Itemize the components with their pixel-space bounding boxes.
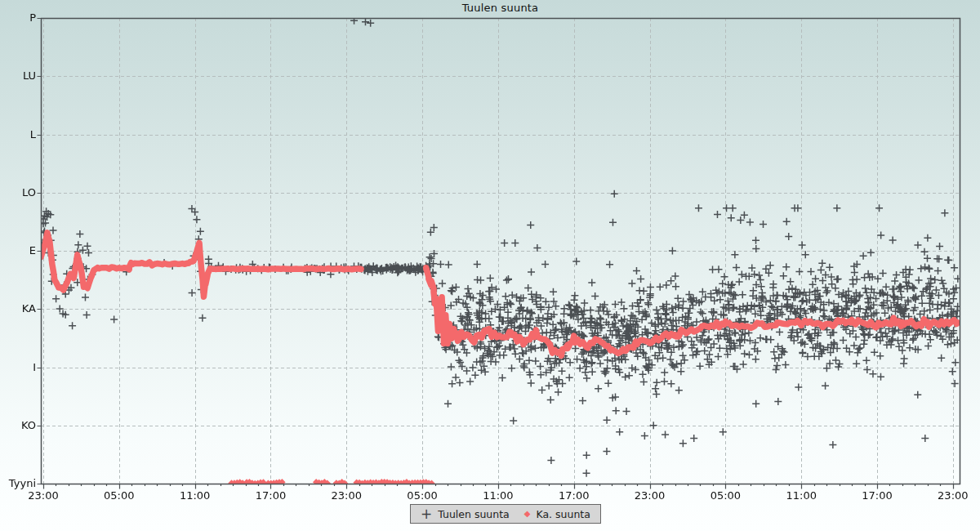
y-tick-label: L bbox=[2, 128, 36, 141]
y-tick-label: KA bbox=[2, 302, 36, 315]
x-tick-label: 23:00 bbox=[629, 489, 671, 502]
y-tick-label: P bbox=[2, 11, 36, 24]
legend-label-ka-suunta: Ka. suunta bbox=[536, 508, 590, 520]
x-tick-label: 23:00 bbox=[932, 489, 974, 502]
y-tick-label: KO bbox=[2, 419, 36, 431]
x-tick-label: 11:00 bbox=[780, 489, 822, 502]
y-tick-label: LO bbox=[2, 186, 36, 199]
x-tick-label: 17:00 bbox=[553, 489, 595, 502]
x-tick-label: 05:00 bbox=[401, 489, 443, 502]
x-tick-label: 23:00 bbox=[325, 489, 368, 502]
wind-direction-chart: Tuulen suunta PLULLOEKAIKOTyyni23:0005:0… bbox=[0, 0, 980, 531]
x-tick-label: 11:00 bbox=[174, 489, 216, 502]
legend-item-tuulen-suunta: + Tuulen suunta bbox=[421, 508, 510, 520]
legend-label-tuulen-suunta: Tuulen suunta bbox=[438, 508, 509, 520]
y-tick-label: I bbox=[2, 361, 36, 373]
x-tick-label: 17:00 bbox=[856, 489, 898, 502]
x-tick-label: 05:00 bbox=[704, 489, 746, 502]
x-tick-label: 17:00 bbox=[249, 489, 292, 502]
legend-item-ka-suunta: ◆ Ka. suunta bbox=[524, 508, 590, 520]
y-tick-label: Tyyni bbox=[2, 477, 36, 489]
x-tick-label: 23:00 bbox=[22, 489, 65, 502]
y-tick-label: E bbox=[2, 244, 36, 257]
diamond-marker-icon: ◆ bbox=[524, 510, 531, 518]
y-tick-label: LU bbox=[2, 69, 36, 82]
plus-marker-icon: + bbox=[421, 510, 432, 518]
x-tick-label: 11:00 bbox=[477, 489, 519, 502]
chart-plot-area bbox=[0, 0, 980, 531]
x-tick-label: 05:00 bbox=[98, 489, 140, 502]
chart-legend: + Tuulen suunta ◆ Ka. suunta bbox=[410, 504, 601, 524]
